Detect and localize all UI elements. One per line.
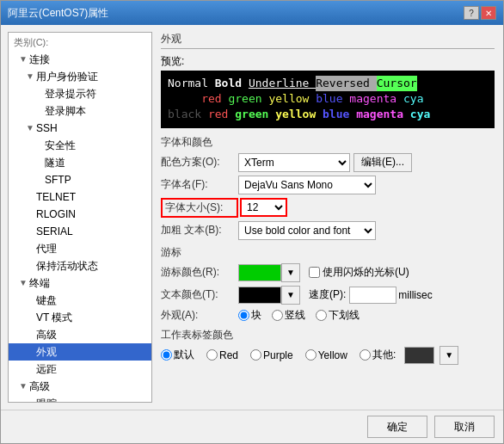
expander-auth: ▼ bbox=[26, 69, 34, 84]
text-color-dropdown[interactable]: ▼ bbox=[281, 286, 300, 305]
preview-black-3: black bbox=[168, 107, 208, 122]
preview-blue-2: blue bbox=[316, 91, 349, 107]
ok-button[interactable]: 确定 bbox=[367, 416, 427, 438]
tree-item-auth[interactable]: ▼ 用户身份验证 bbox=[9, 68, 151, 85]
radio-vline-input[interactable] bbox=[272, 310, 283, 321]
speed-label: 速度(P): bbox=[309, 287, 346, 302]
right-panel: 外观 预览: Normal Bold Underline Reversed Cu… bbox=[152, 25, 503, 410]
radio-underline-input[interactable] bbox=[316, 310, 327, 321]
tree-label-appearance: 外观 bbox=[36, 344, 57, 360]
other-color-dropdown[interactable]: ▼ bbox=[439, 346, 458, 365]
radio-yellow-input[interactable] bbox=[305, 349, 317, 361]
expander-sftp bbox=[34, 172, 43, 188]
bold-text-row: 加粗 文本(B): Use bold color and font Use bo… bbox=[161, 221, 495, 240]
title-buttons: ? ✕ bbox=[464, 6, 496, 20]
text-color-swatch bbox=[238, 287, 281, 304]
tree-item-appearance[interactable]: 外观 bbox=[9, 343, 151, 361]
text-color-row: 文本颜色(T): ▼ 速度(P): millisec bbox=[161, 286, 495, 305]
preview-red-2: red bbox=[201, 91, 228, 107]
cursor-section: 游标 游标颜色(R): ▼ 使用闪烁的光标(U) 文本颜色(T): ▼ 速度(P… bbox=[161, 245, 495, 323]
help-button[interactable]: ? bbox=[464, 6, 479, 20]
preview-blue-3: blue bbox=[323, 107, 356, 122]
tree-label-serial: SERIAL bbox=[36, 224, 73, 239]
preview-row-2: red green yellow blue magenta cya bbox=[168, 91, 488, 107]
font-name-select[interactable]: DejaVu Sans Mono bbox=[238, 176, 376, 194]
preview-cyan-2: cya bbox=[403, 91, 423, 107]
tree-item-terminal[interactable]: ▼ 终端 bbox=[9, 274, 151, 292]
expander-ser bbox=[26, 224, 34, 239]
close-button[interactable]: ✕ bbox=[481, 6, 496, 20]
tree-label-trace: 跟踪 bbox=[36, 396, 57, 403]
preview-underline: Underline bbox=[249, 76, 316, 91]
font-name-label: 字体名(F): bbox=[161, 177, 238, 192]
expander-app bbox=[26, 344, 34, 360]
tree-label-security: 安全性 bbox=[45, 138, 76, 153]
tree-item-advanced-terminal[interactable]: 高级 bbox=[9, 326, 151, 343]
taskbar-radio-row: 默认 Red Purple Yellow bbox=[161, 346, 495, 365]
radio-underline: 下划线 bbox=[316, 308, 360, 323]
tree-item-proxy[interactable]: 代理 bbox=[9, 240, 151, 257]
tree-label-terminal: 终端 bbox=[29, 275, 50, 291]
tree-item-connect[interactable]: ▼ 连接 bbox=[9, 51, 151, 68]
radio-default-input[interactable] bbox=[161, 349, 172, 361]
expander-rem bbox=[26, 361, 34, 377]
radio-other-input[interactable] bbox=[360, 349, 371, 361]
cursor-color-dropdown[interactable]: ▼ bbox=[281, 263, 300, 282]
appearance-a-label: 外观(A): bbox=[161, 308, 238, 323]
flash-label: 使用闪烁的光标(U) bbox=[309, 265, 409, 280]
expander-rl bbox=[26, 207, 34, 222]
radio-other: 其他: bbox=[360, 348, 396, 362]
tree-item-security[interactable]: 安全性 bbox=[9, 137, 151, 154]
tree-item-keepalive[interactable]: 保持活动状态 bbox=[9, 257, 151, 274]
preview-row-1: Normal Bold Underline Reversed Cursor bbox=[168, 76, 488, 91]
tree-label-keepalive: 保持活动状态 bbox=[36, 258, 98, 274]
edit-button[interactable]: 编辑(E)... bbox=[353, 153, 412, 172]
tree-item-login-script[interactable]: 登录脚本 bbox=[9, 102, 151, 120]
tree-item-rlogin[interactable]: RLOGIN bbox=[9, 206, 151, 223]
radio-red-input[interactable] bbox=[206, 349, 218, 361]
radio-vline: 竖线 bbox=[272, 308, 305, 323]
tree-item-sftp[interactable]: SFTP bbox=[9, 171, 151, 188]
tree-item-login-prompt[interactable]: 登录提示符 bbox=[9, 85, 151, 102]
expander-adv: ▼ bbox=[19, 379, 28, 394]
preview-magenta-3: magenta bbox=[356, 107, 410, 122]
taskbar-section: 工作表标签颜色 默认 Red Purple bbox=[161, 328, 495, 365]
tree-item-telnet[interactable]: TELNET bbox=[9, 188, 151, 206]
bold-text-select[interactable]: Use bold color and font Use bold color U… bbox=[238, 221, 376, 240]
preview-yellow-2: yellow bbox=[268, 91, 316, 107]
preview-normal: Normal bbox=[168, 76, 215, 91]
text-color-label: 文本颜色(T): bbox=[161, 287, 238, 302]
tree-item-advanced-main[interactable]: ▼ 高级 bbox=[9, 378, 151, 395]
radio-block-input[interactable] bbox=[238, 310, 249, 321]
dialog: 阿里云(CentOS7)属性 ? ✕ 类别(C): ▼ 连接 ▼ 用户身份验证 … bbox=[0, 0, 504, 444]
title-bar: 阿里云(CentOS7)属性 ? ✕ bbox=[1, 1, 503, 25]
tree-label-proxy: 代理 bbox=[36, 241, 57, 256]
tree-item-trace[interactable]: 跟踪 bbox=[9, 395, 151, 403]
tree-item-remote[interactable]: 远距 bbox=[9, 361, 151, 378]
cancel-button[interactable]: 取消 bbox=[434, 416, 495, 438]
radio-purple-input[interactable] bbox=[250, 349, 261, 361]
tree-label: 类别(C): bbox=[9, 33, 151, 51]
flash-checkbox[interactable] bbox=[309, 267, 320, 278]
tree-item-tunnel[interactable]: 隧道 bbox=[9, 154, 151, 171]
tree-label-connect: 连接 bbox=[29, 52, 50, 67]
speed-input[interactable] bbox=[349, 287, 396, 304]
tree-item-ssh[interactable]: ▼ SSH bbox=[9, 120, 151, 137]
tree-label-auth: 用户身份验证 bbox=[36, 69, 98, 84]
preview-bold: Bold bbox=[215, 76, 249, 91]
font-size-row: 字体大小(S): 12 10 11 14 16 bbox=[161, 198, 495, 218]
tree-item-serial[interactable]: SERIAL bbox=[9, 223, 151, 240]
expander-lp bbox=[34, 86, 43, 102]
tree-item-keyboard[interactable]: 键盘 bbox=[9, 292, 151, 309]
expander-term: ▼ bbox=[19, 275, 28, 291]
tree-label-keyboard: 键盘 bbox=[36, 293, 57, 308]
preview-reversed: Reversed bbox=[316, 76, 376, 91]
expander-ka bbox=[26, 258, 34, 274]
font-name-row: 字体名(F): DejaVu Sans Mono bbox=[161, 176, 495, 194]
expander-kb bbox=[26, 293, 34, 308]
tree-item-vt[interactable]: VT 模式 bbox=[9, 309, 151, 326]
font-size-select[interactable]: 12 10 11 14 16 bbox=[240, 198, 287, 217]
other-color-swatch bbox=[404, 347, 434, 364]
preview-space bbox=[168, 91, 201, 107]
color-scheme-select[interactable]: XTerm bbox=[238, 153, 350, 172]
